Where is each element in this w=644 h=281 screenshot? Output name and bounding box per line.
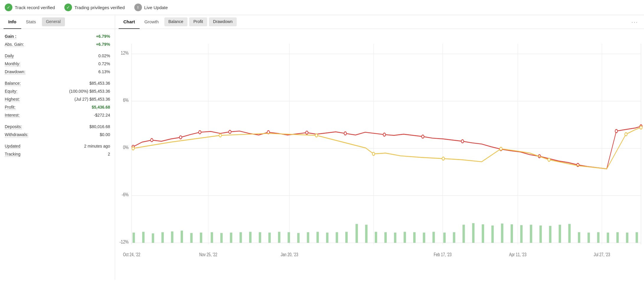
trading-privileges-label: Trading privileges verified	[74, 5, 125, 10]
svg-rect-59	[462, 225, 465, 243]
svg-rect-61	[482, 224, 484, 243]
monthly-value: 0.72%	[98, 61, 110, 66]
svg-rect-68	[549, 226, 551, 243]
svg-rect-66	[530, 225, 532, 243]
svg-rect-57	[443, 233, 446, 243]
tab-general[interactable]: General	[42, 17, 65, 26]
svg-text:Jul 27, '23: Jul 27, '23	[594, 252, 610, 257]
highest-row: Highest: (Jul 27) $85,453.36	[5, 96, 110, 103]
tab-stats[interactable]: Stats	[21, 15, 41, 29]
tab-info[interactable]: Info	[4, 15, 21, 29]
svg-rect-70	[568, 224, 571, 243]
svg-rect-39	[268, 233, 271, 243]
balance-value: $85,453.36	[89, 81, 110, 86]
highest-value: (Jul 27) $85,453.36	[74, 97, 110, 102]
svg-rect-65	[520, 225, 523, 243]
svg-rect-75	[616, 232, 619, 243]
track-record-label: Track record verified	[15, 5, 55, 10]
profit-value: $5,436.68	[92, 105, 110, 110]
svg-rect-42	[297, 233, 300, 243]
svg-point-101	[625, 133, 627, 136]
abs-gain-label: Abs. Gain:	[5, 42, 24, 47]
svg-point-94	[132, 147, 134, 150]
svg-point-86	[383, 133, 385, 136]
more-options-icon[interactable]: ···	[629, 17, 640, 27]
svg-rect-37	[249, 232, 251, 243]
chart-container: 12% 6% 0% -6% -12%	[115, 29, 644, 280]
svg-rect-73	[597, 232, 599, 243]
tracking-row: Tracking 2	[5, 151, 110, 158]
tab-growth[interactable]: Growth	[140, 15, 163, 29]
withdrawals-value: $0.00	[100, 132, 110, 137]
drawdown-value: 6.13%	[98, 69, 110, 74]
right-panel: Chart Growth Balance Profit Drawdown ···…	[115, 15, 644, 280]
svg-text:-12%: -12%	[120, 239, 129, 245]
tab-chart[interactable]: Chart	[119, 15, 140, 29]
svg-rect-56	[432, 232, 435, 243]
svg-rect-41	[287, 232, 290, 243]
tab-profit[interactable]: Profit	[189, 17, 207, 26]
abs-gain-value: +6.79%	[96, 42, 110, 47]
daily-row: Daily 0.02%	[5, 53, 110, 59]
svg-rect-28	[161, 232, 164, 243]
deposits-label: Deposits:	[5, 124, 22, 129]
svg-point-98	[442, 157, 444, 160]
svg-rect-55	[423, 233, 425, 243]
tab-balance[interactable]: Balance	[164, 17, 188, 26]
svg-rect-31	[190, 233, 193, 243]
balance-row: Balance: $85,453.36	[5, 80, 110, 87]
svg-point-85	[344, 132, 346, 135]
svg-text:Oct 24, '22: Oct 24, '22	[123, 252, 140, 257]
svg-rect-40	[278, 232, 280, 243]
svg-text:-6%: -6%	[122, 192, 129, 197]
svg-rect-35	[230, 233, 232, 243]
svg-text:Apr 11, '23: Apr 11, '23	[509, 252, 527, 257]
top-bar: ✓ Track record verified ✓ Trading privil…	[0, 0, 644, 15]
check-icon-trading: ✓	[64, 4, 72, 11]
svg-point-97	[372, 152, 375, 156]
svg-rect-72	[588, 233, 590, 243]
equity-row: Equity: (100.00%) $85,453.36	[5, 88, 110, 95]
svg-point-81	[199, 131, 201, 134]
svg-rect-60	[472, 223, 475, 243]
svg-rect-44	[316, 232, 319, 243]
profit-row: Profit: $5,436.68	[5, 104, 110, 111]
svg-rect-49	[365, 225, 367, 243]
svg-point-92	[615, 130, 617, 133]
profit-label: Profit:	[5, 105, 16, 110]
svg-rect-63	[501, 223, 503, 243]
svg-rect-36	[240, 232, 242, 243]
svg-point-79	[151, 138, 153, 142]
svg-rect-25	[133, 233, 135, 243]
deposits-value: $80,016.68	[89, 124, 110, 129]
svg-point-100	[548, 158, 550, 161]
svg-rect-76	[626, 233, 628, 243]
equity-label: Equity:	[5, 89, 17, 94]
interest-label: Interest:	[5, 113, 20, 118]
withdrawals-label: Withdrawals:	[5, 132, 28, 137]
svg-rect-53	[403, 232, 406, 243]
gain-label: Gain :	[5, 34, 17, 39]
updated-label: Updated	[5, 144, 20, 149]
svg-rect-54	[413, 232, 416, 243]
track-record-badge: ✓ Track record verified	[5, 4, 55, 11]
svg-point-82	[229, 130, 231, 133]
tab-drawdown[interactable]: Drawdown	[209, 17, 237, 26]
svg-rect-64	[511, 224, 513, 243]
svg-rect-69	[559, 225, 561, 243]
svg-point-95	[219, 134, 221, 137]
gain-row: Gain : +6.79%	[5, 33, 110, 40]
svg-rect-27	[152, 233, 154, 243]
svg-rect-33	[211, 232, 213, 243]
svg-rect-30	[181, 231, 183, 243]
left-tab-bar: Info Stats General	[0, 15, 115, 29]
svg-rect-62	[491, 226, 494, 243]
drawdown-row: Drawdown: 6.13%	[5, 68, 110, 75]
svg-text:Jan 20, '23: Jan 20, '23	[281, 252, 298, 257]
svg-rect-29	[171, 231, 173, 243]
svg-text:0%: 0%	[123, 145, 129, 150]
highest-label: Highest:	[5, 97, 20, 102]
updated-value: 2 minutes ago	[84, 144, 110, 148]
svg-text:6%: 6%	[123, 97, 129, 103]
svg-rect-67	[540, 226, 542, 243]
